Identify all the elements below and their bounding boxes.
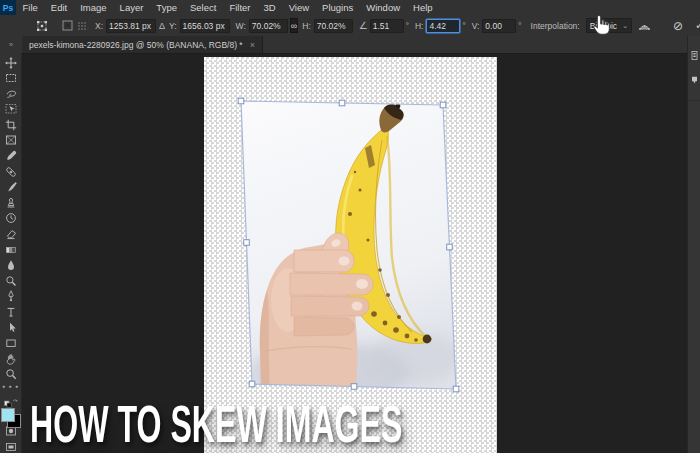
history-brush-tool[interactable] — [4, 212, 17, 225]
canvas-pasteboard[interactable] — [22, 53, 687, 453]
toolbar-collapse-chevron[interactable]: » — [0, 36, 22, 53]
lasso-tool[interactable] — [4, 87, 17, 100]
menu-select[interactable]: Select — [183, 2, 222, 13]
close-tab-icon[interactable]: × — [250, 40, 255, 50]
menu-help[interactable]: Help — [407, 2, 440, 13]
zoom-tool[interactable] — [4, 368, 17, 381]
commit-transform-icon[interactable]: ✓ — [695, 18, 700, 34]
y-position-input[interactable] — [180, 19, 230, 33]
foreground-color-swatch[interactable] — [1, 408, 15, 422]
transform-options-bar: X: Δ Y: W: ∞ H: ∠ ° H: ° V: ° Interpolat… — [0, 15, 700, 37]
collapsed-panel-icon[interactable] — [690, 46, 699, 64]
pen-tool[interactable] — [4, 290, 17, 303]
x-position-input[interactable] — [106, 19, 156, 33]
height-label: H: — [302, 21, 311, 31]
rotate-angle-icon: ∠ — [359, 20, 368, 31]
video-caption-title: HOW TO SKEW IMAGES — [30, 399, 402, 451]
document-tab-bar: pexels-kimona-2280926.jpg @ 50% (BANANA,… — [22, 36, 700, 54]
color-swatches[interactable] — [1, 408, 20, 422]
menu-edit[interactable]: Edit — [44, 2, 73, 13]
degree-symbol: ° — [462, 21, 465, 30]
screen-mode-icon[interactable] — [4, 440, 17, 453]
cancel-transform-icon[interactable]: ⊘ — [673, 18, 683, 34]
y-label: Y: — [169, 21, 177, 31]
collapsed-panel-dock — [687, 36, 700, 453]
vertical-skew-input[interactable] — [482, 19, 516, 33]
menu-image[interactable]: Image — [74, 2, 113, 13]
default-swatches-icon[interactable] — [4, 394, 18, 404]
object-selection-tool[interactable] — [4, 103, 17, 116]
document-tab[interactable]: pexels-kimona-2280926.jpg @ 50% (BANANA,… — [22, 36, 263, 53]
move-tool[interactable] — [4, 56, 17, 69]
crop-tool[interactable] — [4, 118, 17, 131]
menu-view[interactable]: View — [282, 2, 315, 13]
degree-symbol: ° — [406, 21, 409, 30]
interpolation-value: Bicubic — [590, 21, 617, 31]
menu-window[interactable]: Window — [360, 2, 407, 13]
blur-tool[interactable] — [4, 259, 17, 272]
maintain-aspect-ratio-link-icon[interactable]: ∞ — [290, 18, 298, 33]
type-tool[interactable] — [4, 306, 17, 319]
document-tab-title: pexels-kimona-2280926.jpg @ 50% (BANANA,… — [29, 40, 243, 50]
toggle-reference-point-checkbox[interactable] — [62, 20, 73, 31]
reference-grid-icon — [77, 21, 87, 31]
skew-h-label: H: — [415, 21, 424, 31]
hand-tool[interactable] — [4, 352, 17, 365]
warp-mode-icon[interactable] — [638, 18, 651, 34]
width-input[interactable] — [249, 19, 288, 33]
frame-tool[interactable] — [4, 134, 17, 147]
document-transparency-checkerboard[interactable] — [204, 57, 497, 453]
shape-tool[interactable] — [4, 337, 17, 350]
collapsed-panel-icon[interactable] — [690, 71, 699, 89]
width-label: W: — [236, 21, 246, 31]
path-selection-tool[interactable] — [4, 321, 17, 334]
menu-3d[interactable]: 3D — [257, 2, 282, 13]
eyedropper-tool[interactable] — [4, 150, 17, 163]
x-label: X: — [95, 21, 103, 31]
healing-brush-tool[interactable] — [4, 165, 17, 178]
menu-filter[interactable]: Filter — [223, 2, 257, 13]
tools-panel: ● ● ● — [0, 53, 22, 453]
degree-symbol: ° — [518, 21, 521, 30]
height-input[interactable] — [314, 19, 353, 33]
brush-tool[interactable] — [4, 181, 17, 194]
menu-layer[interactable]: Layer — [113, 2, 150, 13]
clone-stamp-tool[interactable] — [4, 196, 17, 209]
menu-type[interactable]: Type — [150, 2, 184, 13]
dock-divider — [689, 100, 700, 101]
photoshop-logo: Ps — [0, 0, 16, 15]
menu-bar: Ps File Edit Image Layer Type Select Fil… — [0, 0, 700, 16]
interpolation-select[interactable]: Bicubic ⌄ — [586, 18, 632, 33]
reference-point-widget[interactable] — [36, 20, 48, 32]
horizontal-skew-input[interactable] — [426, 19, 460, 33]
menu-plugins[interactable]: Plugins — [316, 2, 360, 13]
rotation-angle-input[interactable] — [370, 19, 404, 33]
dodge-tool[interactable] — [4, 274, 17, 287]
gradient-tool[interactable] — [4, 243, 17, 256]
chevron-down-icon: ⌄ — [622, 22, 628, 30]
edit-toolbar-ellipsis-icon[interactable]: ● ● ● — [2, 383, 19, 389]
skew-v-label: V: — [472, 21, 480, 31]
interpolation-label: Interpolation: — [531, 21, 580, 31]
menu-file[interactable]: File — [16, 2, 44, 13]
relative-position-delta-icon[interactable]: Δ — [159, 21, 165, 31]
rectangular-marquee-tool[interactable] — [4, 72, 17, 85]
eraser-tool[interactable] — [4, 228, 17, 241]
